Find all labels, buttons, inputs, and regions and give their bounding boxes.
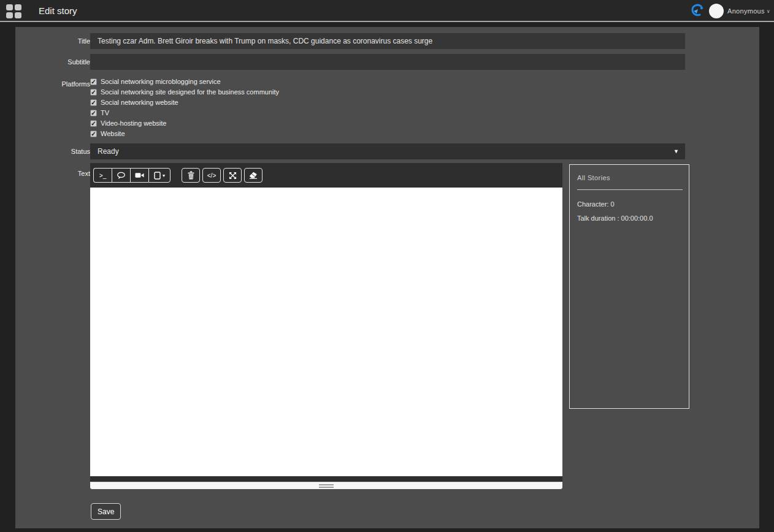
clear-format-button[interactable] <box>244 168 262 183</box>
chevron-down-icon: ∨ <box>767 9 770 14</box>
platform-checkbox-row[interactable]: ✓ Social networking site designed for th… <box>90 87 279 97</box>
platform-checkbox-row[interactable]: ✓ Social networking website <box>90 97 178 107</box>
insert-button-group: >_ ▾ <box>93 168 171 183</box>
all-stories-title: All Stories <box>577 174 610 181</box>
caret-down-icon: ▾ <box>163 173 165 178</box>
save-button[interactable]: Save <box>91 503 121 520</box>
text-editor: >_ ▾ <box>90 163 562 489</box>
editor-toolbar: >_ ▾ <box>90 163 562 188</box>
user-avatar[interactable] <box>709 4 724 18</box>
status-select[interactable]: Ready ▼ <box>90 143 685 159</box>
edit-story-form: Title Subtitle Platforms Status Text ✓ S… <box>15 27 759 528</box>
checkbox-checked-icon[interactable]: ✓ <box>90 89 97 96</box>
editor-resize-bar[interactable] <box>90 482 562 489</box>
resize-grip-icon <box>319 484 334 489</box>
apps-grid-icon[interactable] <box>6 4 22 19</box>
subtitle-input[interactable] <box>90 54 685 70</box>
platform-label: Website <box>101 130 125 137</box>
talk-duration: Talk duration : 00:00:00.0 <box>577 215 653 222</box>
top-bar: Edit story Anonymous ∨ <box>0 0 774 22</box>
checkbox-checked-icon[interactable]: ✓ <box>90 110 97 116</box>
subtitle-label: Subtitle <box>25 58 90 66</box>
status-selected-value: Ready <box>98 147 119 156</box>
platform-label: Social networking site designed for the … <box>101 88 279 96</box>
terminal-button[interactable]: >_ <box>93 168 112 183</box>
character-count: Character: 0 <box>577 200 615 208</box>
user-menu[interactable]: Anonymous ∨ <box>727 7 770 15</box>
user-name: Anonymous <box>727 7 765 15</box>
checkbox-checked-icon[interactable]: ✓ <box>90 131 97 137</box>
platform-label: Social networking website <box>101 99 178 106</box>
delete-button[interactable] <box>182 168 200 183</box>
platform-checkbox-row[interactable]: ✓ Website <box>90 129 125 139</box>
page-title: Edit story <box>39 6 77 16</box>
fullscreen-button[interactable] <box>223 168 242 183</box>
title-input[interactable] <box>90 33 685 49</box>
topbar-right-cluster: Anonymous ∨ <box>689 0 770 22</box>
platform-checkbox-row[interactable]: ✓ Social networking microblogging servic… <box>90 77 221 86</box>
trash-icon <box>187 171 195 180</box>
all-stories-panel: All Stories Character: 0 Talk duration :… <box>569 164 689 409</box>
platform-label: Video-hosting website <box>101 120 166 127</box>
video-camera-icon <box>135 172 144 179</box>
text-label: Text <box>25 170 90 177</box>
platform-label: TV <box>101 109 109 116</box>
view-code-button[interactable]: </> <box>202 168 221 183</box>
select-dropdown-icon: ▼ <box>673 148 679 154</box>
title-label: Title <box>25 37 90 45</box>
checkbox-checked-icon[interactable]: ✓ <box>90 120 97 127</box>
platforms-label: Platforms <box>25 80 90 88</box>
fullscreen-expand-icon <box>229 172 237 180</box>
template-dropdown-button[interactable]: ▾ <box>148 168 171 183</box>
video-button[interactable] <box>130 168 148 183</box>
status-label: Status <box>25 148 90 155</box>
eraser-icon <box>249 172 258 179</box>
divider <box>577 189 683 190</box>
speech-bubble-icon <box>117 172 126 180</box>
editor-content-area[interactable] <box>90 188 562 476</box>
platform-checkbox-row[interactable]: ✓ TV <box>90 108 109 118</box>
app-logo-icon <box>689 2 705 20</box>
comment-button[interactable] <box>112 168 130 183</box>
platform-checkbox-row[interactable]: ✓ Video-hosting website <box>90 118 166 128</box>
checkbox-checked-icon[interactable]: ✓ <box>90 78 97 85</box>
page-icon <box>154 172 161 180</box>
action-button-group: </> <box>182 168 262 183</box>
checkbox-checked-icon[interactable]: ✓ <box>90 99 97 106</box>
platform-label: Social networking microblogging service <box>101 78 221 85</box>
